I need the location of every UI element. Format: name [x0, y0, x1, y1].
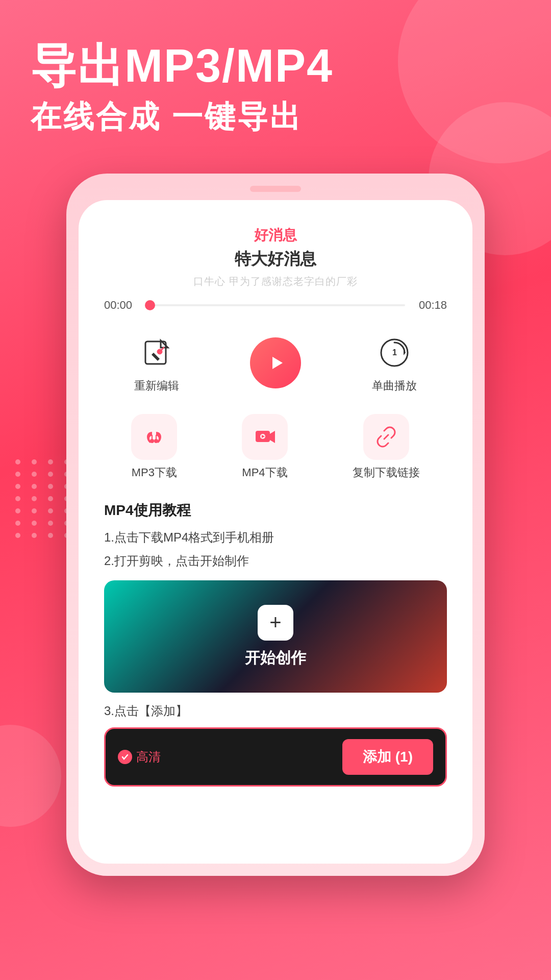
mp4-icon-wrap	[242, 414, 288, 460]
progress-track[interactable]	[146, 304, 405, 306]
single-play-label: 单曲播放	[372, 378, 417, 394]
step-2: 2.打开剪映，点击开始制作	[104, 552, 447, 570]
svg-rect-7	[152, 435, 153, 441]
reedit-action[interactable]: 重新编辑	[134, 332, 179, 394]
action-row-1: 重新编辑 1	[99, 332, 452, 394]
phone-screen: 好消息 特大好消息 口牛心 甲为了感谢态老字白的厂彩 00:00 00:18	[79, 200, 472, 864]
add-bar: 高清 添加 (1)	[104, 727, 447, 787]
svg-rect-0	[145, 341, 166, 364]
time-start: 00:00	[104, 299, 140, 312]
page-subtitle: 在线合成 一键导出	[31, 96, 520, 138]
copy-icon-wrap	[363, 414, 409, 460]
phone-mockup: 好消息 特大好消息 口牛心 甲为了感谢态老字白的厂彩 00:00 00:18	[66, 174, 485, 876]
svg-rect-8	[156, 435, 157, 441]
mp3-label: MP3下载	[132, 465, 177, 480]
phone-notch	[250, 186, 301, 192]
add-button[interactable]: 添加 (1)	[342, 739, 433, 775]
step-1: 1.点击下载MP4格式到手机相册	[104, 528, 447, 547]
time-end: 00:18	[411, 299, 447, 312]
header: 导出MP3/MP4 在线合成 一键导出	[0, 0, 551, 158]
tutorial-title: MP4使用教程	[104, 501, 447, 520]
mp3-icon-wrap	[131, 414, 177, 460]
reedit-label: 重新编辑	[134, 378, 179, 394]
hd-check-icon	[118, 750, 132, 764]
reedit-icon	[136, 332, 177, 373]
phone-outer: 好消息 特大好消息 口牛心 甲为了感谢态老字白的厂彩 00:00 00:18	[66, 174, 485, 876]
copy-label: 复制下载链接	[353, 465, 420, 480]
play-action[interactable]	[250, 337, 301, 388]
play-icon[interactable]	[250, 337, 301, 388]
mp3-download[interactable]: MP3下载	[131, 414, 177, 480]
hd-label: 高清	[136, 749, 161, 765]
download-row: MP3下载 MP4下载	[99, 414, 452, 480]
hd-badge: 高清	[118, 749, 161, 765]
progress-bar[interactable]: 00:00 00:18	[99, 299, 452, 312]
svg-text:1: 1	[392, 348, 397, 357]
copy-link[interactable]: 复制下载链接	[353, 414, 420, 480]
mp4-label: MP4下载	[242, 465, 287, 480]
song-desc: 口牛心 甲为了感谢态老字白的厂彩	[99, 275, 452, 288]
svg-marker-10	[270, 431, 275, 443]
page-title: 导出MP3/MP4	[31, 41, 520, 91]
plus-icon: +	[258, 605, 293, 641]
video-btn-label: 开始创作	[245, 648, 306, 669]
progress-thumb[interactable]	[145, 300, 155, 310]
bg-decoration-3	[0, 725, 61, 827]
single-play-icon: 1	[374, 332, 415, 373]
tutorial-section: MP4使用教程 1.点击下载MP4格式到手机相册 2.打开剪映，点击开始制作 +…	[99, 501, 452, 787]
video-thumbnail[interactable]: + 开始创作	[104, 580, 447, 693]
mp4-download[interactable]: MP4下载	[242, 414, 288, 480]
svg-marker-2	[272, 357, 283, 369]
song-title: 特大好消息	[99, 248, 452, 271]
single-play-action[interactable]: 1 单曲播放	[372, 332, 417, 394]
step-3: 3.点击【添加】	[104, 703, 447, 719]
good-news-label: 好消息	[99, 226, 452, 245]
